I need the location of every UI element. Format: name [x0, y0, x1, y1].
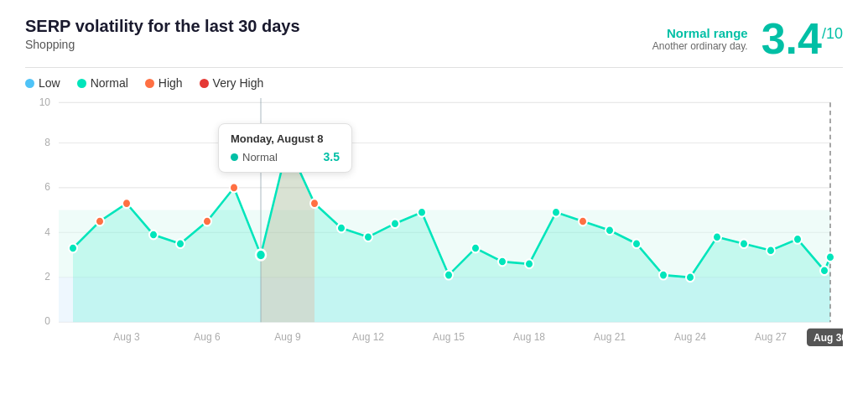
- dot-high[interactable]: [310, 199, 319, 208]
- svg-text:2: 2: [44, 271, 50, 283]
- svg-text:Aug 24: Aug 24: [674, 330, 706, 342]
- tooltip-row: Normal 3.5: [231, 150, 340, 163]
- dot[interactable]: [498, 257, 507, 267]
- dot[interactable]: [826, 252, 834, 262]
- dot[interactable]: [713, 232, 721, 241]
- legend-dot-low: [25, 79, 34, 88]
- dot[interactable]: [606, 226, 614, 235]
- dot[interactable]: [820, 266, 829, 275]
- legend-item-very-high: Very High: [200, 76, 264, 90]
- legend-item-low: Low: [25, 76, 60, 90]
- header-divider: [25, 67, 843, 68]
- dot[interactable]: [176, 239, 185, 248]
- dot[interactable]: [740, 239, 748, 248]
- dot[interactable]: [659, 271, 668, 280]
- score-number: 3.4: [761, 14, 822, 63]
- legend-dot-normal: [77, 79, 86, 88]
- chart-svg: 0 2 4 6 8 10: [25, 98, 843, 358]
- legend-item-normal: Normal: [77, 76, 128, 90]
- main-container: SERP volatility for the last 30 days Sho…: [0, 0, 868, 420]
- dot[interactable]: [149, 231, 158, 240]
- legend-item-high: High: [145, 76, 183, 90]
- page-subtitle: Shopping: [25, 38, 300, 51]
- tooltip-date: Monday, August 8: [231, 132, 340, 145]
- header: SERP volatility for the last 30 days Sho…: [25, 17, 843, 60]
- score-value: 3.4/10: [761, 14, 843, 63]
- dot[interactable]: [793, 235, 802, 244]
- dot[interactable]: [337, 224, 346, 233]
- legend-label-very-high: Very High: [213, 76, 264, 90]
- dot[interactable]: [686, 272, 694, 282]
- svg-text:Aug 27: Aug 27: [755, 330, 787, 342]
- header-left: SERP volatility for the last 30 days Sho…: [25, 17, 300, 51]
- svg-text:Aug 21: Aug 21: [594, 330, 626, 342]
- score-denom: /10: [822, 25, 843, 42]
- page-title: SERP volatility for the last 30 days: [25, 17, 300, 36]
- legend-label-low: Low: [39, 76, 60, 90]
- legend-dot-very-high: [200, 79, 209, 88]
- range-sub: Another ordinary day.: [652, 40, 748, 52]
- header-right: Normal range Another ordinary day. 3.4/1…: [652, 17, 843, 60]
- legend: Low Normal High Very High: [25, 76, 843, 90]
- dot[interactable]: [525, 259, 533, 268]
- svg-text:0: 0: [44, 315, 50, 327]
- svg-text:Aug 12: Aug 12: [352, 330, 384, 342]
- tooltip: Monday, August 8 Normal 3.5: [218, 123, 352, 173]
- svg-text:Aug 30: Aug 30: [813, 331, 843, 343]
- dot-high[interactable]: [230, 184, 238, 193]
- svg-text:Aug 9: Aug 9: [274, 330, 300, 342]
- tooltip-dot: [231, 153, 238, 161]
- dot-high[interactable]: [122, 199, 131, 208]
- dot[interactable]: [418, 208, 426, 217]
- range-title: Normal range: [652, 26, 748, 40]
- svg-text:Aug 18: Aug 18: [513, 330, 545, 342]
- dot[interactable]: [444, 271, 453, 280]
- svg-text:10: 10: [39, 98, 50, 108]
- dot-high[interactable]: [579, 217, 587, 226]
- dot[interactable]: [767, 246, 775, 255]
- legend-label-normal: Normal: [91, 76, 128, 90]
- dot-high[interactable]: [203, 217, 211, 226]
- svg-text:Aug 15: Aug 15: [433, 330, 465, 342]
- chart-area[interactable]: 0 2 4 6 8 10: [25, 98, 843, 358]
- dot[interactable]: [552, 208, 560, 217]
- svg-text:6: 6: [44, 181, 50, 193]
- dot[interactable]: [632, 239, 641, 248]
- svg-text:8: 8: [44, 136, 50, 148]
- dot[interactable]: [471, 244, 480, 253]
- svg-text:Aug 6: Aug 6: [194, 330, 220, 342]
- dot[interactable]: [391, 219, 399, 228]
- range-label: Normal range Another ordinary day.: [652, 26, 748, 52]
- tooltip-value: 3.5: [324, 150, 340, 163]
- svg-text:Aug 3: Aug 3: [113, 330, 139, 342]
- score-display: 3.4/10: [761, 17, 843, 60]
- dot[interactable]: [69, 244, 77, 253]
- legend-label-high: High: [159, 76, 183, 90]
- dot-active[interactable]: [256, 250, 266, 261]
- tooltip-label: Normal: [231, 151, 278, 163]
- dot[interactable]: [364, 232, 372, 241]
- svg-text:4: 4: [44, 226, 50, 237]
- legend-dot-high: [145, 79, 154, 88]
- tooltip-label-text: Normal: [242, 151, 278, 163]
- dot-high[interactable]: [96, 217, 104, 226]
